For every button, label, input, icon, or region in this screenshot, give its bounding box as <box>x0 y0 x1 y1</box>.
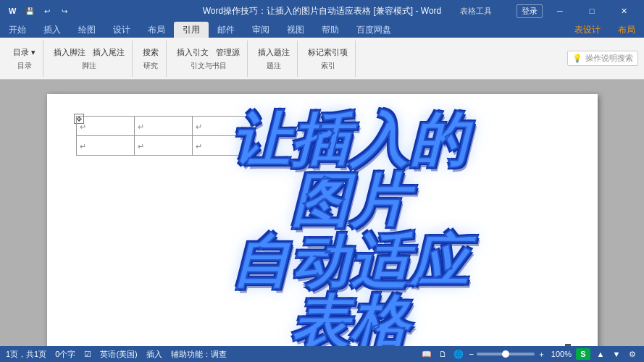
ribbon-search[interactable]: 💡 操作说明搜索 <box>567 51 638 66</box>
ribbon-btn-manage-sources[interactable]: 管理源 <box>213 46 243 59</box>
window-title: Word操作技巧：让插入的图片自动适应表格 [兼容模式] - Word <box>203 5 442 17</box>
svg-text:W: W <box>9 7 17 15</box>
ribbon-group-label-citations: 引文与书目 <box>191 61 227 71</box>
tab-start[interactable]: 开始 <box>0 22 35 38</box>
zoom-percent[interactable]: 100% <box>551 350 572 358</box>
ribbon-btn-footnote[interactable]: 插入脚注 <box>51 46 88 59</box>
ribbon-tabs: 开始 插入 绘图 设计 布局 引用 邮件 审阅 视图 帮助 百度网盘 表设计 布… <box>0 22 644 38</box>
big-text-overlay: 让插入的 图片 自动适应 表格 <box>231 110 469 346</box>
tab-insert[interactable]: 插入 <box>35 22 70 38</box>
minimize-button[interactable]: ─ <box>545 4 574 18</box>
status-pages: 1页，共1页 <box>6 349 46 360</box>
table-tools-label: 表格工具 <box>453 0 499 22</box>
status-language[interactable]: 英语(美国) <box>100 349 137 360</box>
undo-icon[interactable]: ↩ <box>41 4 54 17</box>
document-table: ↵ ↵ ↵ ↵ ↵ ↵ <box>76 116 251 156</box>
redo-icon[interactable]: ↪ <box>58 4 71 17</box>
ribbon-group-label-footnote: 脚注 <box>82 61 96 71</box>
table-cell-r1c3[interactable]: ↵ <box>192 117 250 136</box>
ribbon-btn-caption[interactable]: 插入题注 <box>255 46 293 59</box>
tab-layout[interactable]: 布局 <box>139 22 174 38</box>
zoom-track[interactable] <box>477 353 535 355</box>
table-resize-handle[interactable] <box>565 344 571 346</box>
table-cell-r1c1[interactable]: ↵ <box>76 117 134 136</box>
ribbon-group-label-captions: 题注 <box>267 61 281 71</box>
tab-view[interactable]: 视图 <box>278 22 313 38</box>
status-words: 0个字 <box>55 349 75 360</box>
ribbon-group-research: 搜索 研究 <box>135 41 167 77</box>
status-down-arrow[interactable]: ▼ <box>611 348 622 360</box>
status-accessibility: 辅助功能：调查 <box>171 349 227 360</box>
ribbon-group-toc: 目录 ▾ 目录 <box>6 41 43 77</box>
table-cell-r1c2[interactable]: ↵ <box>134 117 192 136</box>
print-layout-icon[interactable]: 🗋 <box>437 348 448 360</box>
login-button[interactable]: 登录 <box>517 4 543 18</box>
ribbon-btn-index[interactable]: 标记索引项 <box>305 46 351 59</box>
status-insert-mode[interactable]: 插入 <box>146 349 162 360</box>
zoom-control[interactable]: − ＋ 100% <box>469 349 572 360</box>
tab-help[interactable]: 帮助 <box>313 22 348 38</box>
ribbon-group-label-index: 索引 <box>321 61 335 71</box>
ribbon-group-label-toc: 目录 <box>17 61 32 71</box>
status-bar-right: 📖 🗋 🌐 − ＋ 100% S ▲ ▼ ⚙ <box>421 348 638 360</box>
title-bar-right: 登录 ─ □ ✕ <box>517 4 638 18</box>
big-text-line3: 自动适应 <box>231 232 469 292</box>
zoom-thumb <box>502 350 509 358</box>
ribbon-btn-insert-citation[interactable]: 插入引文 <box>174 46 212 59</box>
big-text-line2: 图片 <box>231 171 469 232</box>
tab-design[interactable]: 设计 <box>104 22 139 38</box>
ribbon-search-label[interactable]: 操作说明搜索 <box>585 53 633 64</box>
status-settings[interactable]: ⚙ <box>627 348 638 360</box>
ribbon-group-index: 标记索引项 索引 <box>301 41 356 77</box>
document-page: ✥ ↵ ↵ ↵ ↵ ↵ ↵ 让插入的 图片 自动适应 表格 ↵ <box>47 94 598 346</box>
close-button[interactable]: ✕ <box>609 4 638 18</box>
status-track-icon: ☑ <box>84 350 91 359</box>
table-cell-r2c2[interactable]: ↵ <box>134 136 192 156</box>
read-mode-icon[interactable]: 📖 <box>421 348 432 360</box>
search-lightbulb-icon: 💡 <box>572 54 582 63</box>
ribbon-group-captions: 插入题注 题注 <box>251 41 298 77</box>
title-bar-left: W 💾 ↩ ↪ <box>6 4 71 17</box>
ribbon-group-citations: 插入引文 管理源 引文与书目 <box>170 41 248 77</box>
zoom-plus-icon[interactable]: ＋ <box>538 349 545 360</box>
tab-references[interactable]: 引用 <box>174 22 209 38</box>
ribbon-btn-endnote[interactable]: 插入尾注 <box>90 46 127 59</box>
ribbon-btn-research[interactable]: 搜索 <box>140 46 162 59</box>
status-bar: 1页，共1页 0个字 ☑ 英语(美国) 插入 辅助功能：调查 📖 🗋 🌐 − ＋… <box>0 346 644 362</box>
ribbon-content: 目录 ▾ 目录 插入脚注 插入尾注 脚注 搜索 研究 插入引文 管理源 引文与书… <box>0 38 644 80</box>
tab-table-layout[interactable]: 布局 <box>609 22 644 38</box>
ribbon-btn-toc[interactable]: 目录 ▾ <box>10 46 38 59</box>
ribbon-group-footnote: 插入脚注 插入尾注 脚注 <box>46 41 133 77</box>
big-text-line1: 让插入的 <box>231 110 469 171</box>
tab-draw[interactable]: 绘图 <box>70 22 104 38</box>
ribbon-group-label-research: 研究 <box>143 61 158 71</box>
document-area[interactable]: ✥ ↵ ↵ ↵ ↵ ↵ ↵ 让插入的 图片 自动适应 表格 ↵ <box>0 80 644 346</box>
status-up-arrow[interactable]: ▲ <box>595 348 606 360</box>
tab-review[interactable]: 审阅 <box>243 22 278 38</box>
save-icon[interactable]: 💾 <box>23 4 36 17</box>
table-cell-r2c3[interactable]: ↵ <box>192 136 250 156</box>
tab-baidu[interactable]: 百度网盘 <box>348 22 400 38</box>
app-icon: W <box>6 4 19 17</box>
table-cell-r2c1[interactable]: ↵ <box>76 136 134 156</box>
title-bar: W 💾 ↩ ↪ Word操作技巧：让插入的图片自动适应表格 [兼容模式] - W… <box>0 0 644 22</box>
tab-mailings[interactable]: 邮件 <box>209 22 243 38</box>
zoom-minus-icon[interactable]: − <box>469 350 473 358</box>
wps-icon: S <box>576 348 590 360</box>
restore-button[interactable]: □ <box>577 4 606 18</box>
big-text-line4: 表格 <box>231 292 469 346</box>
web-layout-icon[interactable]: 🌐 <box>453 348 464 360</box>
tab-table-design[interactable]: 表设计 <box>566 22 609 38</box>
